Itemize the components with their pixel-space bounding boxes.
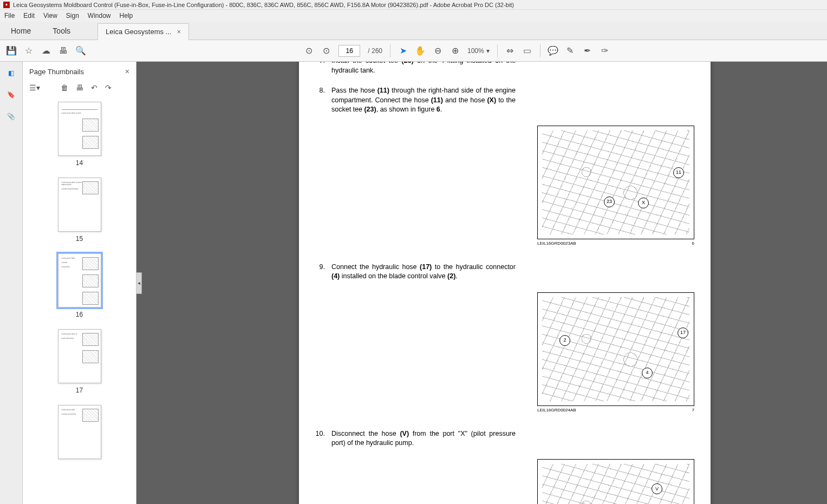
page-up-icon[interactable]: ⊙ bbox=[304, 46, 314, 56]
thumbnails-tools: ☰▾ 🗑 🖶 ↶ ↷ bbox=[23, 81, 136, 96]
menu-bar: File Edit View Sign Window Help bbox=[0, 10, 827, 22]
trash-icon[interactable]: 🗑 bbox=[61, 83, 68, 92]
options-icon[interactable]: ☰▾ bbox=[29, 83, 40, 92]
pdf-page: 7. Install the socket tee (23) on the T-… bbox=[299, 62, 711, 504]
menu-edit[interactable]: Edit bbox=[23, 12, 35, 19]
thumbnails-title: Page Thumbnails bbox=[29, 68, 84, 76]
hand-tool-icon[interactable]: ✋ bbox=[415, 46, 425, 56]
step-9: 9. Connect the hydraulic hose (17) to th… bbox=[315, 263, 694, 282]
attachments-icon[interactable]: 📎 bbox=[7, 113, 15, 120]
thumbnail-14[interactable]: Lorem ipsum dolor sit amet 14 bbox=[58, 102, 101, 167]
rotate-cw-icon[interactable]: ↷ bbox=[105, 83, 112, 92]
zoom-out-icon[interactable]: ⊖ bbox=[433, 46, 442, 56]
step-10: 10. Disconnect the hose (V) from the por… bbox=[315, 429, 694, 448]
thumbnail-17[interactable]: Lorem ipsum dolor sitamet consectetur 17 bbox=[58, 329, 101, 394]
page-count: / 260 bbox=[368, 47, 382, 55]
title-bar: ♦ Leica Geosystems Moldboard Control (Fu… bbox=[0, 0, 827, 10]
rotate-ccw-icon[interactable]: ↶ bbox=[91, 83, 97, 92]
thumbnails-close-button[interactable]: × bbox=[125, 67, 129, 76]
menu-view[interactable]: View bbox=[43, 12, 57, 19]
figure-7: 2 17 4 LEIL16GRD0024AB7 bbox=[315, 292, 694, 413]
figure-8: V LEIL16GRD0025AB8 bbox=[315, 459, 694, 504]
menu-window[interactable]: Window bbox=[88, 12, 111, 19]
highlight-icon[interactable]: ✎ bbox=[565, 46, 575, 56]
thumbnail-15[interactable]: Lorem ipsum dolor sit amet consectetur a… bbox=[58, 178, 101, 243]
collapse-panel-button[interactable]: ◂ bbox=[136, 272, 142, 294]
bookmark-icon[interactable]: 🔖 bbox=[7, 91, 15, 99]
pdf-icon: ♦ bbox=[3, 2, 10, 8]
save-icon[interactable]: 💾 bbox=[6, 46, 16, 56]
menu-help[interactable]: Help bbox=[120, 12, 133, 19]
sign-icon[interactable]: ✒ bbox=[583, 46, 592, 56]
figure-6: 11 23 X LEIL16GRD0023AB6 bbox=[315, 126, 694, 246]
page-number-input[interactable] bbox=[338, 45, 360, 57]
toolbar: 💾 ☆ ☁ 🖶 🔍 ⊙ ⊙ / 260 ➤ ✋ ⊖ ⊕ 100% ▾ ⇔ ▭ 💬… bbox=[0, 40, 827, 62]
tab-home[interactable]: Home bbox=[0, 22, 42, 40]
page-down-icon[interactable]: ⊙ bbox=[321, 46, 331, 56]
tab-close-button[interactable]: × bbox=[177, 28, 181, 36]
print-icon[interactable]: 🖶 bbox=[58, 46, 68, 56]
zoom-in-icon[interactable]: ⊕ bbox=[450, 46, 460, 56]
read-mode-icon[interactable]: ▭ bbox=[523, 46, 532, 56]
zoom-level[interactable]: 100% ▾ bbox=[467, 47, 490, 55]
step-7: 7. Install the socket tee (23) on the T-… bbox=[315, 62, 694, 75]
document-area[interactable]: ◂ 7. Install the socket tee (23) on the … bbox=[136, 62, 827, 504]
menu-sign[interactable]: Sign bbox=[66, 12, 79, 19]
thumbnail-16[interactable]: Lorem ipsum dolorsit ametconsectetur 16 bbox=[58, 253, 101, 318]
star-icon[interactable]: ☆ bbox=[24, 46, 34, 56]
tab-document-label: Leica Geosystems ... bbox=[106, 28, 171, 36]
tab-document[interactable]: Leica Geosystems ... × bbox=[97, 23, 189, 40]
menu-file[interactable]: File bbox=[4, 12, 15, 19]
thumbnails-panel: Page Thumbnails × ☰▾ 🗑 🖶 ↶ ↷ Lorem ipsum… bbox=[23, 62, 136, 504]
print-pages-icon[interactable]: 🖶 bbox=[76, 83, 83, 92]
comment-icon[interactable]: 💬 bbox=[548, 46, 558, 56]
window-title: Leica Geosystems Moldboard Control (Fuse… bbox=[13, 2, 514, 8]
tab-tools[interactable]: Tools bbox=[42, 22, 81, 40]
select-tool-icon[interactable]: ➤ bbox=[398, 46, 408, 56]
tab-bar: Home Tools Leica Geosystems ... × bbox=[0, 22, 827, 40]
step-8: 8. Pass the hose (11) through the right-… bbox=[315, 86, 694, 115]
thumbnails-list[interactable]: Lorem ipsum dolor sit amet 14 Lorem ipsu… bbox=[23, 96, 136, 504]
chevron-down-icon: ▾ bbox=[486, 47, 490, 55]
cloud-icon[interactable]: ☁ bbox=[41, 46, 51, 56]
thumbnail-18[interactable]: Lorem ipsum dolorsit amet consectetur bbox=[58, 405, 101, 459]
stamp-icon[interactable]: ✑ bbox=[600, 46, 610, 56]
thumbnails-icon[interactable]: ◧ bbox=[8, 69, 14, 77]
fit-width-icon[interactable]: ⇔ bbox=[505, 46, 515, 56]
search-icon[interactable]: 🔍 bbox=[76, 46, 86, 56]
left-rail: ◧ 🔖 📎 bbox=[0, 62, 23, 504]
